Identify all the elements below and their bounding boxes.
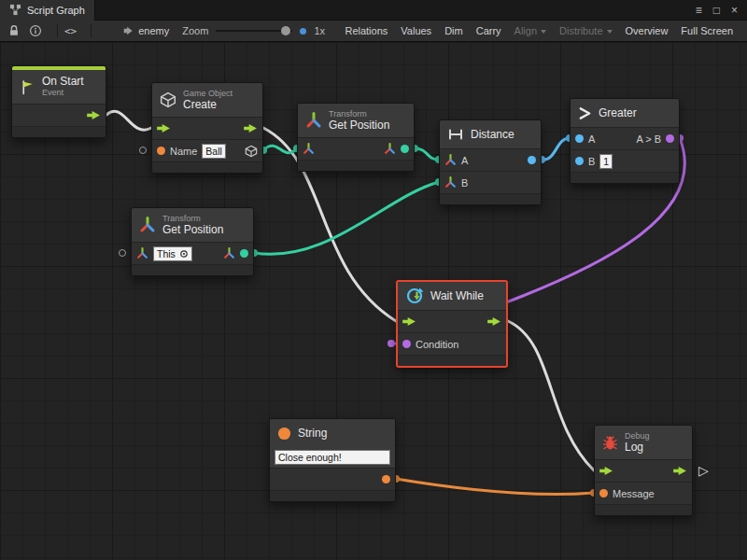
string-input-port[interactable] [599, 489, 608, 497]
node-distance[interactable]: Distance A B [439, 119, 542, 205]
boolean-output-port[interactable] [666, 134, 674, 143]
wire-vector-getposition2-to-distance-b[interactable] [254, 182, 439, 254]
close-icon[interactable]: × [731, 0, 738, 21]
flow-output-port[interactable] [87, 110, 101, 120]
wire-flow-onstart-to-create[interactable] [106, 111, 151, 130]
flow-output-port[interactable] [244, 123, 258, 133]
greater-icon [578, 106, 592, 120]
maximize-icon[interactable]: □ [713, 0, 720, 21]
port-row: This [132, 242, 253, 264]
vector-output-port[interactable] [401, 145, 409, 153]
wire-vector-getposition1-to-distance-a[interactable] [415, 148, 439, 160]
node-wait-while[interactable]: Wait While Condition [396, 280, 508, 368]
overview-button[interactable]: Overview [619, 21, 675, 42]
number-input-port-b[interactable] [575, 157, 584, 165]
info-icon[interactable] [29, 24, 42, 37]
zoom-control: Zoom 1x [182, 25, 325, 36]
vector-input-port-a[interactable] [444, 154, 457, 166]
graph-canvas[interactable]: On Start Event Game Object Create [0, 42, 747, 560]
port-row [12, 104, 106, 126]
node-header: Transform Get Position [298, 104, 414, 137]
unconnected-port-ring[interactable] [119, 249, 126, 257]
flag-icon [20, 79, 35, 95]
code-icon[interactable]: <> [64, 25, 77, 37]
port-row: A [440, 148, 541, 171]
zoom-value: 1x [314, 25, 325, 36]
zoom-reset-dot[interactable] [300, 28, 306, 35]
node-title: Distance [471, 129, 514, 141]
port-row: Name Ball [152, 139, 262, 161]
dim-button[interactable]: Dim [438, 21, 470, 42]
transform-input-port[interactable] [136, 247, 148, 259]
object-picker-icon[interactable] [179, 249, 189, 259]
unconnected-port-ring[interactable] [139, 147, 147, 154]
node-footer [298, 160, 414, 171]
distribute-dropdown[interactable]: Distribute [553, 21, 618, 42]
port-row [152, 117, 262, 139]
node-get-position-1[interactable]: Transform Get Position [297, 103, 415, 172]
node-debug-log[interactable]: Debug Log Message [594, 425, 693, 516]
boolean-input-port[interactable] [402, 340, 411, 348]
flow-input-port[interactable] [599, 466, 613, 476]
wire-string-to-log-message[interactable] [396, 479, 594, 495]
align-dropdown[interactable]: Align [508, 21, 553, 42]
port-label: A [461, 155, 468, 166]
transform-icon [139, 217, 156, 233]
node-footer [440, 193, 541, 204]
game-object-output-port[interactable] [245, 145, 258, 158]
full-screen-button[interactable]: Full Screen [674, 21, 740, 42]
zoom-slider-handle[interactable] [281, 26, 290, 35]
flow-input-port[interactable] [402, 316, 416, 327]
node-string-literal[interactable]: String Close enough! [269, 418, 396, 502]
script-asset-icon [122, 25, 134, 36]
wait-while-loop-icon [405, 287, 424, 305]
wire-gameobject-create-to-getposition1[interactable] [263, 146, 297, 153]
number-output-port[interactable] [528, 156, 536, 164]
port-row [270, 468, 395, 490]
flow-input-port[interactable] [157, 123, 171, 133]
name-value-field[interactable]: Ball [202, 144, 226, 159]
vector-output-port[interactable] [240, 249, 248, 258]
target-dropdown[interactable]: This [153, 246, 192, 261]
tab-script-graph[interactable]: Script Graph [0, 0, 95, 21]
vector-input-port-b[interactable] [444, 176, 457, 189]
node-title: Get Position [162, 224, 223, 236]
node-footer [152, 161, 262, 173]
zoom-slider[interactable] [216, 30, 292, 32]
lock-icon[interactable] [7, 24, 21, 37]
node-get-position-2[interactable]: Transform Get Position This [131, 207, 254, 276]
values-button[interactable]: Values [394, 21, 438, 42]
relations-button[interactable]: Relations [338, 21, 394, 42]
graph-reference[interactable]: enemy [122, 25, 169, 36]
graph-name-label: enemy [138, 25, 169, 36]
flow-output-port[interactable] [673, 466, 687, 476]
node-header: String [270, 419, 395, 447]
carry-button[interactable]: Carry [470, 21, 508, 42]
b-value-field[interactable]: 1 [599, 154, 613, 169]
port-row: B [440, 171, 541, 193]
port-label: Name [170, 146, 197, 157]
node-game-object-create[interactable]: Game Object Create Name Ball [151, 82, 263, 174]
string-output-port[interactable] [382, 475, 390, 483]
transform-input-port[interactable] [303, 143, 315, 155]
port-label: B [588, 156, 595, 167]
string-input-port[interactable] [157, 147, 165, 155]
node-on-start-event[interactable]: On Start Event [11, 65, 106, 138]
zoom-label: Zoom [182, 25, 208, 36]
distance-icon [447, 128, 464, 141]
node-greater[interactable]: Greater A A > B B 1 [570, 98, 680, 184]
chevron-down-icon [541, 30, 546, 34]
string-value-field[interactable]: Close enough! [275, 450, 390, 465]
graph-toolbar: <> enemy Zoom 1x Relations Values Dim Ca… [0, 21, 747, 42]
chevron-down-icon [607, 30, 613, 34]
wire-number-distance-to-greater[interactable] [542, 138, 570, 160]
wire-endpoint [388, 340, 395, 347]
number-input-port-a[interactable] [575, 134, 584, 143]
flow-output-port[interactable] [487, 316, 501, 327]
transform-icon [384, 143, 396, 155]
wire-flow-waitwhile-to-log[interactable] [508, 321, 594, 470]
node-header: Debug Log [595, 426, 692, 459]
node-header: Wait While [398, 282, 506, 310]
node-title: Greater [599, 107, 637, 119]
window-menu-icon[interactable]: ≡ [696, 0, 702, 21]
